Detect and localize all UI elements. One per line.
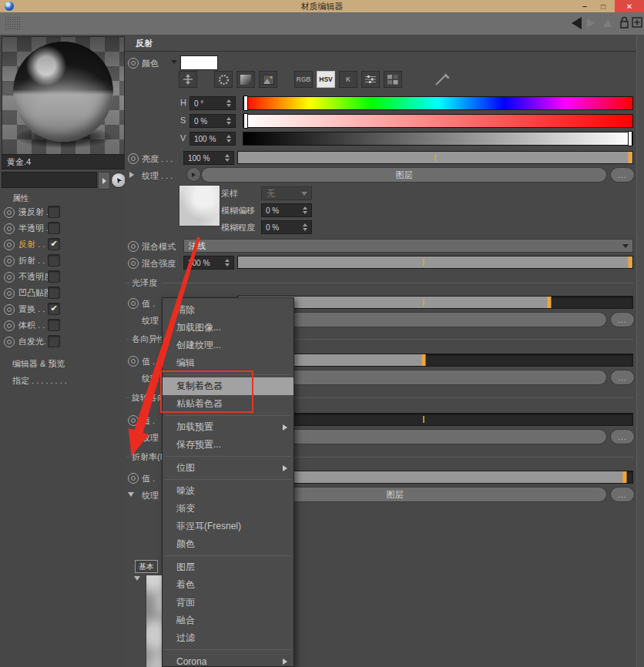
sidebar-item-refraction[interactable]: 折射 . . .: [0, 254, 125, 268]
menu-item-colorize[interactable]: 着色: [163, 576, 293, 594]
swatches-button[interactable]: [384, 71, 402, 88]
image-button[interactable]: [259, 71, 277, 88]
lock-icon[interactable]: [619, 16, 629, 29]
texture-browse-button[interactable]: ...: [611, 430, 634, 444]
brightness-input[interactable]: 100 %: [183, 151, 234, 165]
mix-mode-dropdown[interactable]: 法线: [183, 239, 633, 253]
chevron-down-icon[interactable]: [171, 60, 177, 64]
slider-handle[interactable]: [629, 152, 632, 163]
texture-expand-button[interactable]: [187, 168, 200, 181]
menu-item-edit[interactable]: 编辑: [163, 354, 293, 372]
menu-item-save-preset[interactable]: 保存预置...: [163, 436, 293, 454]
channel-checkbox[interactable]: [48, 319, 60, 331]
forward-arrow-icon[interactable]: [587, 18, 595, 28]
hue-slider-handle[interactable]: [243, 96, 248, 111]
texture-browse-button[interactable]: ...: [611, 370, 634, 384]
sidebar-item-diffuse[interactable]: 漫反射 . .: [0, 206, 125, 220]
sidebar-item-bump[interactable]: 凹凸贴图: [0, 287, 125, 300]
channel-checkbox[interactable]: [48, 287, 60, 299]
blur-offset-input[interactable]: 0 %: [261, 203, 312, 217]
back-arrow-icon[interactable]: [572, 17, 582, 29]
gradient-button[interactable]: [236, 71, 255, 88]
blur-scale-input[interactable]: 0 %: [261, 220, 312, 234]
sidebar-item-opacity[interactable]: 不透明度: [0, 270, 125, 284]
channel-checkbox-checked[interactable]: ✔: [48, 303, 60, 315]
maximize-button[interactable]: □: [595, 0, 612, 12]
hue-input[interactable]: 0 °: [190, 96, 236, 110]
sidebar-item-editor-preview[interactable]: 编辑器 & 预览: [12, 358, 65, 370]
menu-item-fresnel[interactable]: 菲涅耳(Fresnel): [163, 518, 293, 535]
channel-checkbox[interactable]: [48, 206, 60, 218]
slider-handle[interactable]: [622, 471, 626, 483]
eyedropper-icon[interactable]: [432, 72, 452, 87]
channel-checkbox[interactable]: [48, 335, 60, 347]
hsv-button[interactable]: HSV: [317, 71, 335, 88]
texture-thumbnail[interactable]: [179, 185, 220, 226]
channel-checkbox[interactable]: [48, 222, 60, 234]
sidebar-item-translucency[interactable]: 半透明 . .: [0, 222, 125, 236]
texture-shader-button[interactable]: 图层: [202, 168, 606, 182]
material-name-field[interactable]: 黄金.4: [2, 154, 126, 169]
menu-item-backside[interactable]: 背面: [163, 594, 293, 612]
rotation-slider[interactable]: [237, 413, 633, 426]
texture-browse-button[interactable]: ...: [611, 168, 634, 182]
value-slider[interactable]: [243, 132, 633, 146]
disclosure-down-icon[interactable]: [128, 492, 134, 497]
disclosure-down-icon[interactable]: [134, 576, 140, 581]
menu-item-filter[interactable]: 过滤: [163, 629, 293, 647]
anisotropy-slider[interactable]: [237, 354, 633, 367]
value-slider-handle[interactable]: [628, 131, 632, 146]
menu-item-noise[interactable]: 噪波: [163, 482, 293, 500]
slider-handle[interactable]: [629, 256, 632, 268]
menu-item-load-image[interactable]: 加载图像...: [163, 319, 293, 337]
minimize-button[interactable]: –: [576, 0, 593, 12]
hue-slider[interactable]: [243, 96, 633, 110]
preset-field[interactable]: [2, 172, 97, 188]
glossiness-slider[interactable]: [237, 296, 633, 309]
brightness-slider[interactable]: [237, 151, 633, 164]
spinner-arrows[interactable]: [223, 259, 232, 266]
material-preview[interactable]: [2, 36, 125, 155]
sidebar-item-displacement[interactable]: 置换 . . . ✔: [0, 303, 125, 317]
menu-item-fusion[interactable]: 融合: [163, 612, 293, 629]
slider-handle[interactable]: [421, 354, 425, 366]
ior-slider[interactable]: [237, 471, 633, 484]
spinner-arrows[interactable]: [224, 99, 233, 107]
menu-item-clear[interactable]: 清除: [163, 301, 293, 319]
spinner-arrows[interactable]: [300, 206, 310, 214]
pick-cursor-icon[interactable]: ➤: [111, 173, 126, 188]
color-swatch[interactable]: [180, 55, 218, 70]
up-arrow-icon[interactable]: [603, 19, 612, 27]
value-input[interactable]: 100 %: [190, 132, 236, 146]
menu-item-layer[interactable]: 图层: [163, 558, 293, 576]
close-button[interactable]: ✕: [615, 0, 644, 12]
menu-item-paste-shader[interactable]: 粘贴着色器: [163, 395, 293, 413]
channel-checkbox[interactable]: [48, 270, 60, 283]
tab-basic[interactable]: 基本: [135, 560, 158, 573]
mix-strength-input[interactable]: 100 %: [183, 256, 234, 270]
sidebar-item-glow[interactable]: 自发光. .: [0, 335, 125, 349]
texture-browse-button[interactable]: ...: [611, 313, 634, 327]
menu-item-gradient[interactable]: 渐变: [163, 500, 293, 518]
spinner-arrows[interactable]: [300, 223, 310, 231]
menu-item-corona[interactable]: Corona: [163, 652, 293, 667]
spinner-arrows[interactable]: [224, 135, 233, 142]
dock-plus-icon[interactable]: [632, 17, 642, 28]
saturation-slider-handle[interactable]: [243, 113, 248, 129]
channel-checkbox[interactable]: [48, 254, 60, 266]
disclosure-right-icon[interactable]: [129, 172, 134, 178]
menu-item-create-texture[interactable]: 创建纹理...: [163, 337, 293, 354]
channel-checkbox-checked[interactable]: ✔: [48, 238, 60, 250]
color-wheel-button[interactable]: [214, 71, 233, 88]
k-button[interactable]: K: [339, 71, 357, 88]
grip-handle-icon[interactable]: [5, 16, 20, 30]
sidebar-item-assign[interactable]: 指定 . . . . . . . .: [12, 375, 67, 387]
titlebar[interactable]: 材质编辑器 – □ ✕: [0, 0, 644, 12]
sampling-dropdown[interactable]: 无: [261, 186, 312, 200]
slider-handle[interactable]: [548, 297, 552, 308]
spinner-arrows[interactable]: [223, 154, 232, 162]
spinner-arrows[interactable]: [224, 117, 233, 125]
compact-spectrum-button[interactable]: [179, 71, 197, 88]
mixer-button[interactable]: [361, 71, 380, 88]
menu-item-copy-shader[interactable]: 复制着色器: [163, 377, 293, 395]
